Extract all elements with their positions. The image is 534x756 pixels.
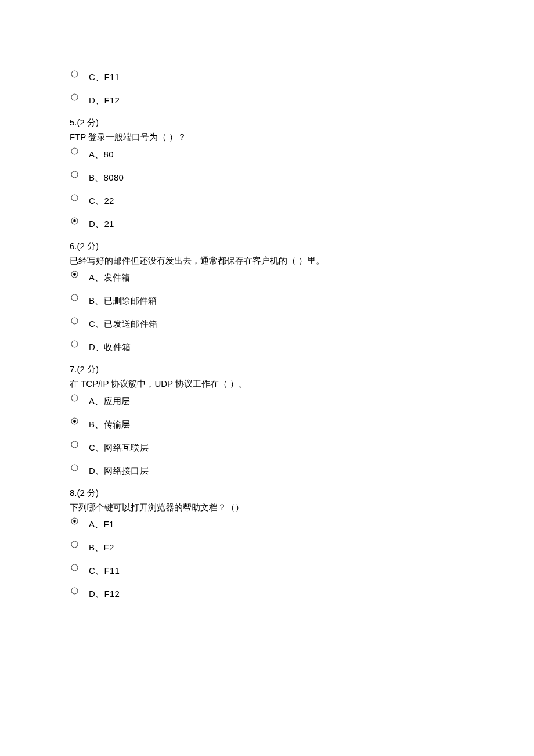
option-label: C、22 xyxy=(89,196,114,207)
svg-point-16 xyxy=(71,465,78,471)
svg-point-15 xyxy=(71,441,78,448)
svg-point-1 xyxy=(71,94,78,100)
svg-point-18 xyxy=(73,520,76,523)
svg-point-14 xyxy=(73,420,76,423)
option-label: D、21 xyxy=(89,219,114,230)
option-label: C、网络互联层 xyxy=(89,442,149,453)
option-row[interactable]: A、应用层 xyxy=(70,393,464,407)
option-row[interactable]: D、F12 xyxy=(70,586,464,600)
question-text: 下列哪个键可以打开浏览器的帮助文档？（） xyxy=(70,501,464,514)
radio-unselected-icon xyxy=(71,194,78,201)
question-number: 6. xyxy=(70,241,77,251)
radio-unselected-icon xyxy=(71,317,78,325)
option-row[interactable]: B、F2 xyxy=(70,539,464,553)
svg-point-3 xyxy=(71,171,78,178)
question-text: 已经写好的邮件但还没有发出去，通常都保存在客户机的（ ）里。 xyxy=(70,254,464,267)
svg-point-19 xyxy=(71,541,78,548)
option-row[interactable]: D、收件箱 xyxy=(70,339,464,353)
radio-unselected-icon xyxy=(71,70,78,78)
option-label: B、已删除邮件箱 xyxy=(89,296,157,307)
question-points: (2 分) xyxy=(77,117,99,127)
option-label: A、F1 xyxy=(89,519,114,530)
option-label: D、收件箱 xyxy=(89,342,131,353)
option-row[interactable]: C、网络互联层 xyxy=(70,440,464,453)
option-row[interactable]: C、F11 xyxy=(70,69,464,83)
radio-selected-icon xyxy=(71,517,78,525)
option-label: B、传输层 xyxy=(89,419,131,430)
question-header: 5.(2 分) xyxy=(70,116,464,129)
option-row[interactable]: A、80 xyxy=(70,146,464,160)
radio-unselected-icon xyxy=(71,171,78,178)
question-number: 5. xyxy=(70,117,77,127)
option-row[interactable]: B、已删除邮件箱 xyxy=(70,293,464,307)
option-label: B、8080 xyxy=(89,172,124,183)
question-header: 8.(2 分) xyxy=(70,486,464,499)
option-label: A、应用层 xyxy=(89,396,131,407)
option-row[interactable]: B、传输层 xyxy=(70,416,464,430)
svg-point-6 xyxy=(73,219,76,222)
option-label: A、80 xyxy=(89,149,114,160)
option-label: C、F11 xyxy=(89,72,120,83)
question-points: (2 分) xyxy=(77,241,99,251)
radio-unselected-icon xyxy=(71,394,78,402)
radio-unselected-icon xyxy=(71,147,78,155)
option-label: A、发件箱 xyxy=(89,272,131,283)
svg-point-9 xyxy=(71,294,78,301)
radio-selected-icon xyxy=(71,271,78,278)
option-row[interactable]: C、F11 xyxy=(70,563,464,577)
option-row[interactable]: A、F1 xyxy=(70,516,464,530)
radio-unselected-icon xyxy=(71,340,78,348)
option-row[interactable]: D、网络接口层 xyxy=(70,463,464,477)
option-row[interactable]: C、已发送邮件箱 xyxy=(70,316,464,330)
option-label: C、F11 xyxy=(89,566,120,577)
svg-point-21 xyxy=(71,588,78,594)
svg-point-11 xyxy=(71,341,78,347)
option-row[interactable]: A、发件箱 xyxy=(70,269,464,283)
svg-point-0 xyxy=(71,71,78,77)
svg-point-10 xyxy=(71,318,78,324)
svg-point-2 xyxy=(71,148,78,154)
question-points: (2 分) xyxy=(77,488,99,498)
radio-unselected-icon xyxy=(71,587,78,595)
radio-selected-icon xyxy=(71,417,78,425)
radio-unselected-icon xyxy=(71,93,78,101)
option-label: C、已发送邮件箱 xyxy=(89,319,157,330)
svg-point-4 xyxy=(71,195,78,201)
radio-selected-icon xyxy=(71,217,78,225)
option-row[interactable]: D、21 xyxy=(70,216,464,230)
question-header: 6.(2 分) xyxy=(70,239,464,253)
radio-unselected-icon xyxy=(71,441,78,448)
svg-point-20 xyxy=(71,564,78,571)
option-row[interactable]: B、8080 xyxy=(70,170,464,183)
question-text: FTP 登录一般端口号为（ ）？ xyxy=(70,130,464,143)
svg-point-8 xyxy=(73,273,76,276)
question-points: (2 分) xyxy=(77,364,99,374)
question-number: 7. xyxy=(70,364,77,374)
option-label: D、F12 xyxy=(89,95,120,106)
radio-unselected-icon xyxy=(71,464,78,471)
question-number: 8. xyxy=(70,488,77,498)
question-header: 7.(2 分) xyxy=(70,362,464,376)
svg-point-12 xyxy=(71,395,78,401)
page-container: C、F11 D、F12 5.(2 分) FTP 登录一般端口号为（ ）？ A、8… xyxy=(0,0,534,756)
option-label: B、F2 xyxy=(89,542,114,553)
option-label: D、F12 xyxy=(89,589,120,600)
option-row[interactable]: D、F12 xyxy=(70,92,464,106)
radio-unselected-icon xyxy=(71,294,78,301)
option-row[interactable]: C、22 xyxy=(70,193,464,207)
question-text: 在 TCP/IP 协议簇中，UDP 协议工作在（ ）。 xyxy=(70,377,464,390)
option-label: D、网络接口层 xyxy=(89,466,149,477)
radio-unselected-icon xyxy=(71,541,78,548)
radio-unselected-icon xyxy=(71,564,78,571)
